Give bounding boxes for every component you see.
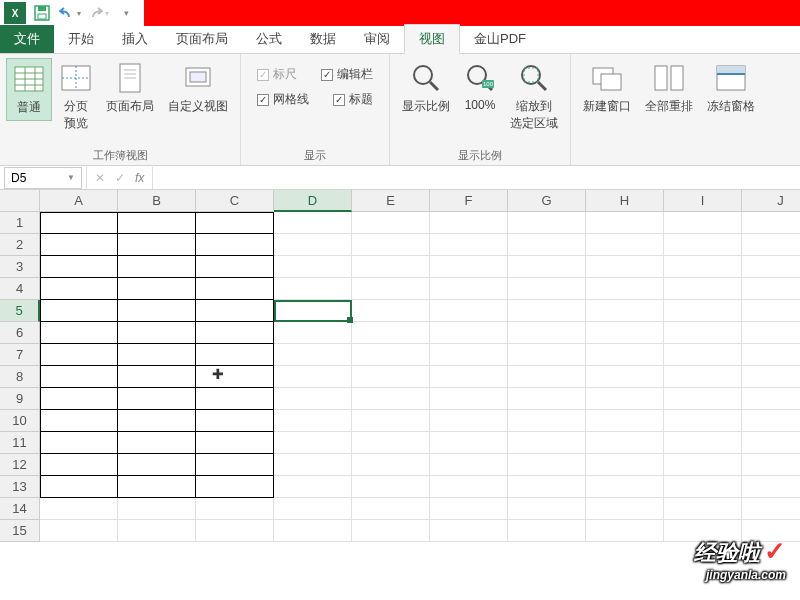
cell[interactable] bbox=[40, 520, 118, 542]
row-header[interactable]: 14 bbox=[0, 498, 40, 520]
cell[interactable] bbox=[196, 498, 274, 520]
save-button[interactable] bbox=[30, 1, 54, 25]
cell[interactable] bbox=[40, 410, 118, 432]
cell[interactable] bbox=[508, 322, 586, 344]
cell[interactable] bbox=[430, 278, 508, 300]
cell[interactable] bbox=[274, 212, 352, 234]
normal-view-button[interactable]: 普通 bbox=[6, 58, 52, 121]
column-header[interactable]: F bbox=[430, 190, 508, 212]
cell[interactable] bbox=[664, 454, 742, 476]
column-header[interactable]: A bbox=[40, 190, 118, 212]
cell[interactable] bbox=[40, 454, 118, 476]
cell[interactable] bbox=[508, 388, 586, 410]
cell[interactable] bbox=[40, 212, 118, 234]
cell[interactable] bbox=[508, 234, 586, 256]
cell[interactable] bbox=[118, 410, 196, 432]
cell[interactable] bbox=[664, 278, 742, 300]
cell[interactable] bbox=[274, 498, 352, 520]
column-header[interactable]: I bbox=[664, 190, 742, 212]
cell[interactable] bbox=[274, 388, 352, 410]
cell[interactable] bbox=[742, 322, 800, 344]
cell[interactable] bbox=[742, 212, 800, 234]
cell[interactable] bbox=[274, 454, 352, 476]
cell[interactable] bbox=[118, 234, 196, 256]
cell[interactable] bbox=[274, 344, 352, 366]
cell[interactable] bbox=[586, 256, 664, 278]
cell[interactable] bbox=[664, 366, 742, 388]
cell[interactable] bbox=[586, 454, 664, 476]
cell[interactable] bbox=[196, 520, 274, 542]
cell[interactable] bbox=[196, 388, 274, 410]
cell[interactable] bbox=[742, 300, 800, 322]
cell[interactable] bbox=[196, 322, 274, 344]
cell[interactable] bbox=[430, 410, 508, 432]
cell[interactable] bbox=[40, 322, 118, 344]
cell[interactable] bbox=[40, 300, 118, 322]
name-box[interactable]: D5 ▼ bbox=[4, 167, 82, 189]
cell[interactable] bbox=[430, 498, 508, 520]
cell[interactable] bbox=[508, 432, 586, 454]
cell[interactable] bbox=[586, 410, 664, 432]
cell[interactable] bbox=[196, 476, 274, 498]
cell[interactable] bbox=[430, 366, 508, 388]
cell[interactable] bbox=[508, 300, 586, 322]
cell[interactable] bbox=[664, 498, 742, 520]
cell[interactable] bbox=[742, 410, 800, 432]
cell[interactable] bbox=[664, 234, 742, 256]
cell[interactable] bbox=[664, 212, 742, 234]
cell[interactable] bbox=[742, 344, 800, 366]
cell[interactable] bbox=[742, 278, 800, 300]
row-header[interactable]: 5 bbox=[0, 300, 40, 322]
cell[interactable] bbox=[508, 278, 586, 300]
freeze-panes-button[interactable]: 冻结窗格 bbox=[701, 58, 761, 119]
cell[interactable] bbox=[586, 300, 664, 322]
column-header[interactable]: B bbox=[118, 190, 196, 212]
cell[interactable] bbox=[430, 234, 508, 256]
cell[interactable] bbox=[430, 454, 508, 476]
formula-bar-checkbox[interactable]: ✓编辑栏 bbox=[321, 66, 373, 83]
cell[interactable] bbox=[586, 498, 664, 520]
tab-insert[interactable]: 插入 bbox=[108, 25, 162, 53]
cell[interactable] bbox=[274, 410, 352, 432]
column-header[interactable]: H bbox=[586, 190, 664, 212]
cell[interactable] bbox=[118, 278, 196, 300]
column-header[interactable]: G bbox=[508, 190, 586, 212]
cell[interactable] bbox=[40, 344, 118, 366]
cell[interactable] bbox=[664, 322, 742, 344]
cell[interactable] bbox=[742, 366, 800, 388]
cell[interactable] bbox=[40, 234, 118, 256]
spreadsheet-grid[interactable]: A B C D E F G H I J 1 2 3 4 5 6 7 8 9 10… bbox=[0, 190, 800, 600]
cell[interactable] bbox=[430, 256, 508, 278]
row-header[interactable]: 8 bbox=[0, 366, 40, 388]
cell[interactable] bbox=[508, 212, 586, 234]
cell[interactable] bbox=[352, 322, 430, 344]
cell[interactable] bbox=[664, 476, 742, 498]
cell[interactable] bbox=[118, 432, 196, 454]
tab-home[interactable]: 开始 bbox=[54, 25, 108, 53]
cell[interactable] bbox=[196, 256, 274, 278]
cell[interactable] bbox=[352, 300, 430, 322]
tab-review[interactable]: 审阅 bbox=[350, 25, 404, 53]
custom-views-button[interactable]: 自定义视图 bbox=[162, 58, 234, 119]
cell[interactable] bbox=[430, 212, 508, 234]
cell[interactable] bbox=[586, 212, 664, 234]
undo-button[interactable]: ▾ bbox=[58, 1, 82, 25]
tab-file[interactable]: 文件 bbox=[0, 25, 54, 53]
tab-view[interactable]: 视图 bbox=[404, 24, 460, 54]
row-header[interactable]: 13 bbox=[0, 476, 40, 498]
cell[interactable] bbox=[742, 388, 800, 410]
column-header[interactable]: D bbox=[274, 190, 352, 212]
zoom-100-button[interactable]: 100 100% bbox=[458, 58, 502, 116]
cell[interactable] bbox=[664, 344, 742, 366]
cell[interactable] bbox=[118, 300, 196, 322]
column-header[interactable]: E bbox=[352, 190, 430, 212]
fx-icon[interactable]: fx bbox=[135, 171, 144, 185]
cell[interactable] bbox=[352, 278, 430, 300]
cell[interactable] bbox=[664, 256, 742, 278]
cell[interactable] bbox=[430, 344, 508, 366]
cell[interactable] bbox=[274, 476, 352, 498]
cell[interactable] bbox=[352, 256, 430, 278]
row-header[interactable]: 4 bbox=[0, 278, 40, 300]
cell[interactable] bbox=[196, 454, 274, 476]
qat-customize-button[interactable]: ▾ bbox=[114, 1, 138, 25]
